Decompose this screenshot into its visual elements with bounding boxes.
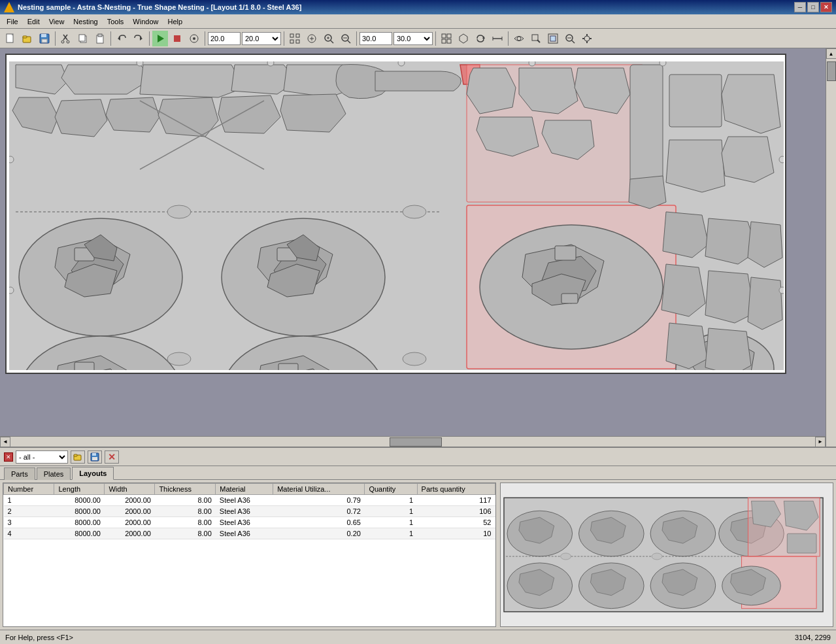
thumbnail-panel [500,483,833,627]
col-material[interactable]: Material [216,484,273,495]
tab-layouts[interactable]: Layouts [72,467,114,480]
menu-file[interactable]: File [3,16,22,27]
parts-button[interactable] [456,31,471,46]
menu-tools[interactable]: Tools [103,16,128,27]
scroll-left-arrow[interactable]: ◄ [0,437,10,447]
save-list-button[interactable] [88,450,102,464]
svg-rect-139 [92,453,96,456]
paste-button[interactable] [92,31,108,46]
stop-button[interactable] [169,31,185,46]
svg-point-129 [398,61,405,66]
rotate-button[interactable] [473,31,488,46]
second-dropdown[interactable]: 30.0 [393,32,433,45]
hscroll-thumb[interactable] [390,437,442,447]
col-utilization[interactable]: Material Utiliza... [273,484,365,495]
col-width[interactable]: Width [105,484,155,495]
window-title: Nesting sample - Astra S-Nesting - True … [18,3,301,11]
table-row[interactable]: 1 8000.00 2000.00 8.00 Steel A36 0.79 1 … [4,495,495,506]
scroll-up-arrow[interactable]: ▲ [826,48,837,59]
nesting-plate [9,61,784,370]
redo-button[interactable] [131,31,146,46]
scroll-thumb[interactable] [827,61,836,81]
filter-dropdown[interactable]: - all - [16,450,68,464]
new-button[interactable] [3,31,18,46]
svg-point-134 [779,156,784,163]
svg-point-76 [403,205,426,218]
svg-point-165 [652,553,662,560]
cut-button[interactable] [58,31,74,46]
cell-length: 8000.00 [54,528,105,539]
cell-thickness: 8.00 [155,506,216,517]
zoom-dropdown[interactable]: 20.0 [242,32,281,45]
folder-button[interactable] [71,450,85,464]
window-controls: ─ □ ✕ [794,2,832,12]
col-length[interactable]: Length [54,484,105,495]
minimize-button[interactable]: ─ [794,2,806,12]
save-button[interactable] [37,31,52,46]
separator-8 [508,31,509,46]
canvas-area[interactable]: ▲ ◄ ► [0,48,836,447]
svg-line-46 [537,40,540,42]
cell-parts-qty: 117 [417,495,495,506]
cell-parts-qty: 52 [417,517,495,528]
measure-button[interactable] [490,31,505,46]
play-button[interactable] [152,31,168,46]
table-row[interactable]: 4 8000.00 2000.00 8.00 Steel A36 0.20 1 … [4,528,495,539]
hscroll-track[interactable] [10,437,815,447]
bottom-toolbar: ✕ - all - ✕ [0,448,836,466]
second-input[interactable] [359,32,392,45]
svg-rect-23 [290,40,293,43]
canvas-vertical-scrollbar[interactable]: ▲ [826,48,836,447]
svg-rect-24 [296,40,299,43]
cell-utilization: 0.65 [273,517,365,528]
settings-button[interactable] [186,31,202,46]
zoom-extents-button[interactable] [545,31,561,46]
zoom-all-button[interactable] [304,31,320,46]
cell-number: 1 [4,495,54,506]
thumbnail-visualization [501,483,833,626]
table-row[interactable]: 3 8000.00 2000.00 8.00 Steel A36 0.65 1 … [4,517,495,528]
svg-marker-17 [158,35,164,42]
tab-plates[interactable]: Plates [37,467,71,480]
cell-length: 8000.00 [54,517,105,528]
pan-button[interactable] [579,31,595,46]
menu-window[interactable]: Window [129,16,162,27]
view-all-button[interactable] [511,31,527,46]
panel-close-button[interactable]: ✕ [4,452,13,462]
col-number[interactable]: Number [4,484,54,495]
svg-point-128 [267,61,274,66]
undo-button[interactable] [114,31,129,46]
close-button[interactable]: ✕ [820,2,832,12]
tabs-row: Parts Plates Layouts [0,466,836,480]
svg-marker-122 [705,271,754,323]
horizontal-scrollbar[interactable]: ◄ ► [0,436,826,447]
copy-button[interactable] [75,31,91,46]
zoom-out-button[interactable] [338,31,354,46]
fit-button[interactable] [287,31,303,46]
zoom-window-button[interactable] [528,31,544,46]
col-parts-qty[interactable]: Parts quantity [417,484,495,495]
menu-help[interactable]: Help [163,16,186,27]
svg-rect-36 [447,34,451,38]
menu-nesting[interactable]: Nesting [69,16,101,27]
menu-edit[interactable]: Edit [24,16,44,27]
zoom-previous-button[interactable] [562,31,578,46]
svg-point-52 [584,36,590,41]
tab-parts[interactable]: Parts [4,467,35,480]
delete-button[interactable]: ✕ [105,450,119,464]
maximize-button[interactable]: □ [807,2,819,12]
col-thickness[interactable]: Thickness [155,484,216,495]
parts-visualization [9,61,784,370]
scroll-right-arrow[interactable]: ► [815,437,826,447]
svg-marker-121 [661,264,705,316]
table-row[interactable]: 2 8000.00 2000.00 8.00 Steel A36 0.72 1 … [4,506,495,517]
svg-rect-21 [290,34,293,37]
col-quantity[interactable]: Quantity [365,484,417,495]
zoom-input[interactable] [208,32,241,45]
open-button[interactable] [20,31,35,46]
menu-view[interactable]: View [45,16,69,27]
svg-marker-58 [61,65,153,94]
grid-button[interactable] [439,31,454,46]
zoom-in-button[interactable] [321,31,337,46]
svg-rect-3 [23,36,27,38]
